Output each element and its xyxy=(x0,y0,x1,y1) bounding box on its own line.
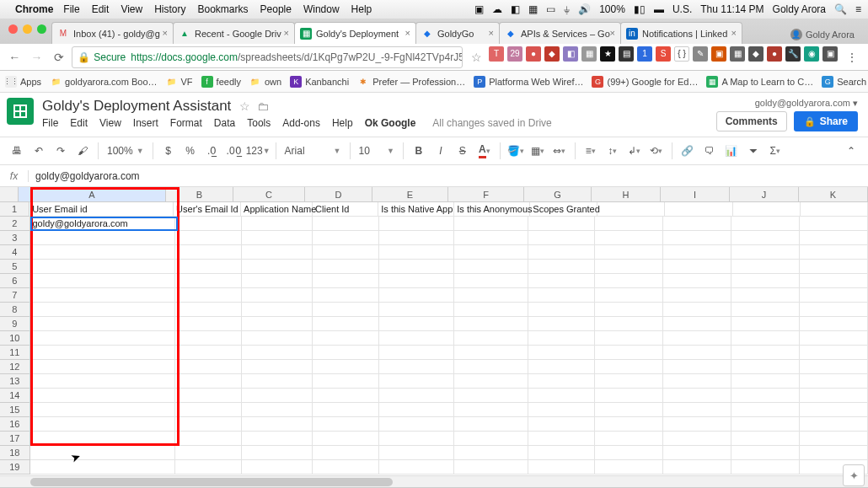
cell-B16[interactable] xyxy=(175,417,242,432)
cell-K6[interactable] xyxy=(800,274,868,288)
cell-J3[interactable] xyxy=(731,231,800,245)
sheets-logo-icon[interactable] xyxy=(7,98,34,125)
cell-J5[interactable] xyxy=(731,260,800,274)
cell-J4[interactable] xyxy=(731,245,800,260)
forward-button[interactable]: → xyxy=(27,46,46,68)
notifications-icon[interactable]: ≡ xyxy=(855,3,861,15)
cell-K16[interactable] xyxy=(800,417,868,432)
italic-icon[interactable]: I xyxy=(431,141,451,161)
cell-A19[interactable] xyxy=(30,460,176,475)
sheets-menu-view[interactable]: View xyxy=(99,117,121,129)
cell-J17[interactable] xyxy=(731,432,800,446)
cell-I2[interactable] xyxy=(663,217,731,231)
cell-E15[interactable] xyxy=(379,403,454,417)
cell-K8[interactable] xyxy=(800,303,868,317)
sheets-menu-edit[interactable]: Edit xyxy=(70,117,88,129)
cell-C3[interactable] xyxy=(242,231,313,245)
col-header-C[interactable]: C xyxy=(233,187,305,201)
cell-F5[interactable] xyxy=(454,260,529,274)
cell-H6[interactable] xyxy=(595,274,663,288)
col-header-I[interactable]: I xyxy=(661,187,730,201)
row-header-6[interactable]: 6 xyxy=(0,274,30,288)
cell-E11[interactable] xyxy=(379,346,454,360)
cell-K14[interactable] xyxy=(800,389,868,403)
cell-I16[interactable] xyxy=(663,417,731,432)
cell-D4[interactable] xyxy=(313,245,379,260)
browser-tab[interactable]: ▲ Recent - Google Driv × xyxy=(173,22,295,44)
cell-D16[interactable] xyxy=(313,417,379,432)
row-header-7[interactable]: 7 xyxy=(0,288,30,303)
cell-H14[interactable] xyxy=(595,389,663,403)
bookmark-folder[interactable]: 📁VF xyxy=(166,76,193,88)
cell-G12[interactable] xyxy=(528,360,595,374)
zoom-select[interactable]: 100%▼ xyxy=(104,145,147,157)
cell-K5[interactable] xyxy=(800,260,868,274)
cell-D5[interactable] xyxy=(313,260,379,274)
cell-C14[interactable] xyxy=(242,389,313,403)
cell-E5[interactable] xyxy=(379,260,454,274)
cell-H16[interactable] xyxy=(595,417,663,432)
col-header-F[interactable]: F xyxy=(448,187,524,201)
col-header-A[interactable]: A xyxy=(19,187,166,201)
cell-B17[interactable] xyxy=(175,432,242,446)
col-header-D[interactable]: D xyxy=(305,187,372,201)
cell-H13[interactable] xyxy=(595,374,663,389)
ext-icon[interactable]: ▣ xyxy=(711,46,726,62)
cell-E2[interactable] xyxy=(379,217,454,231)
cell-H4[interactable] xyxy=(595,245,663,260)
cell-I17[interactable] xyxy=(663,432,731,446)
cell-J13[interactable] xyxy=(731,374,800,389)
cell-F11[interactable] xyxy=(454,346,529,360)
row-header-12[interactable]: 12 xyxy=(0,360,30,374)
merge-cells-icon[interactable]: ⇔▾ xyxy=(549,141,570,161)
bookmark-folder[interactable]: 📁own xyxy=(249,76,281,88)
row-header-5[interactable]: 5 xyxy=(0,260,30,274)
row-header-15[interactable]: 15 xyxy=(0,403,30,417)
cell-F10[interactable] xyxy=(454,331,529,346)
cell-D18[interactable] xyxy=(313,446,379,460)
cell-H2[interactable] xyxy=(595,217,663,231)
box-icon[interactable]: ◧ xyxy=(511,3,520,15)
cell-C7[interactable] xyxy=(242,288,313,303)
doc-title[interactable]: Goldy's Deployment Assistant xyxy=(42,98,231,115)
cell-G3[interactable] xyxy=(528,231,595,245)
cell-E1[interactable]: Is this Native App xyxy=(378,202,454,217)
cell-I9[interactable] xyxy=(663,317,731,331)
cell-B13[interactable] xyxy=(175,374,242,389)
cell-K4[interactable] xyxy=(800,245,868,260)
cell-E14[interactable] xyxy=(379,389,454,403)
ext-icon[interactable]: ▣ xyxy=(822,46,838,62)
mac-menu-bookmarks[interactable]: Bookmarks xyxy=(198,3,249,15)
ext-icon[interactable]: ● xyxy=(526,46,541,62)
cell-H1[interactable] xyxy=(597,202,665,217)
cell-H5[interactable] xyxy=(595,260,663,274)
profile-chip[interactable]: 👤 Goldy Arora xyxy=(777,25,868,44)
bookmark-platforma[interactable]: PPlatforma Web Wiref… xyxy=(474,76,583,88)
cell-G15[interactable] xyxy=(528,403,595,417)
cell-A13[interactable] xyxy=(30,374,176,389)
tab-close-icon[interactable]: × xyxy=(405,28,410,38)
cell-D15[interactable] xyxy=(313,403,379,417)
row-header-3[interactable]: 3 xyxy=(0,231,30,245)
cell-A15[interactable] xyxy=(30,403,176,417)
cell-E16[interactable] xyxy=(379,417,454,432)
volume-icon[interactable]: 🔊 xyxy=(578,3,591,15)
cell-A1[interactable]: User Email id xyxy=(29,202,174,217)
battery-icon[interactable]: ▮▯ xyxy=(634,3,646,15)
row-header-17[interactable]: 17 xyxy=(0,432,30,446)
cell-D12[interactable] xyxy=(313,360,379,374)
cell-D11[interactable] xyxy=(313,346,379,360)
ext-icon[interactable]: { } xyxy=(674,46,689,62)
browser-tab[interactable]: ◆ APIs & Services – Go × xyxy=(499,22,621,44)
ext-icon[interactable]: ▤ xyxy=(619,46,634,62)
mac-menu-history[interactable]: History xyxy=(154,3,185,15)
browser-tab[interactable]: ▦ Goldy's Deployment × xyxy=(294,22,416,44)
cell-E10[interactable] xyxy=(379,331,454,346)
tab-close-icon[interactable]: × xyxy=(163,28,168,38)
cell-F13[interactable] xyxy=(454,374,529,389)
sheets-menu-okgoogle[interactable]: Ok Google xyxy=(365,117,416,129)
cell-F6[interactable] xyxy=(454,274,529,288)
browser-tab[interactable]: in Notifications | Linked × xyxy=(620,22,742,44)
cell-F4[interactable] xyxy=(454,245,529,260)
cell-F7[interactable] xyxy=(454,288,529,303)
